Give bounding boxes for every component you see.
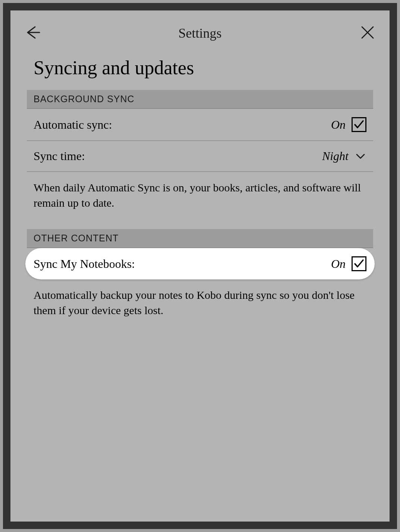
header-title: Settings: [178, 25, 221, 41]
chevron-down-icon: [355, 150, 366, 162]
close-button[interactable]: [360, 25, 375, 42]
checkmark-icon: [353, 119, 365, 130]
row-sync-notebooks[interactable]: Sync My Notebooks: On: [25, 248, 375, 279]
sync-time-value: Night: [322, 149, 349, 163]
automatic-sync-value: On: [331, 118, 346, 132]
automatic-sync-checkbox[interactable]: [352, 117, 366, 132]
back-arrow-icon: [25, 25, 40, 40]
sync-time-dropdown[interactable]: [355, 150, 366, 162]
sync-notebooks-checkbox[interactable]: [352, 256, 366, 271]
other-content-description: Automatically backup your notes to Kobo …: [10, 279, 390, 333]
background-sync-description: When daily Automatic Sync is on, your bo…: [10, 172, 390, 225]
section-header-background-sync: BACKGROUND SYNC: [27, 90, 373, 109]
header-bar: Settings: [10, 10, 390, 49]
row-automatic-sync[interactable]: Automatic sync: On: [27, 109, 373, 141]
automatic-sync-label: Automatic sync:: [34, 118, 112, 132]
sync-time-label: Sync time:: [34, 149, 85, 163]
back-button[interactable]: [25, 25, 40, 42]
sync-notebooks-label: Sync My Notebooks:: [34, 257, 135, 271]
sync-notebooks-value: On: [331, 257, 346, 271]
checkmark-icon: [353, 258, 365, 269]
page-title: Syncing and updates: [10, 49, 390, 90]
close-icon: [360, 25, 375, 40]
row-sync-time[interactable]: Sync time: Night: [27, 141, 373, 172]
section-header-other-content: OTHER CONTENT: [27, 229, 373, 248]
